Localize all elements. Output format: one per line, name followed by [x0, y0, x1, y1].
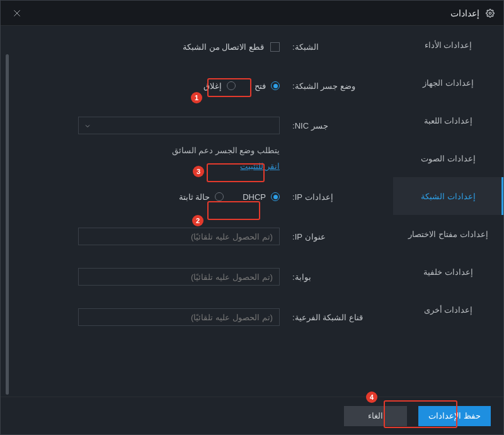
bridge-open-label: فتح	[255, 81, 266, 91]
bridge-open-radio[interactable]: فتح	[255, 81, 280, 91]
dhcp-radio[interactable]: DHCP	[243, 192, 280, 202]
content-panel: الشبكة: قطع الاتصال من الشبكة وضع جسر ال…	[1, 26, 393, 397]
chevron-down-icon	[85, 122, 91, 129]
sidebar-item-game[interactable]: إعدادات اللعبة	[393, 102, 503, 139]
sidebar-item-label: إعدادات أخرى	[424, 305, 473, 315]
sidebar-item-label: إعدادات مفتاح الاختصار	[408, 229, 488, 239]
bridge-mode-label: وضع جسر الشبكة:	[292, 81, 368, 91]
sidebar-item-label: إعدادات الشبكة	[421, 192, 476, 201]
sidebar-item-label: إعدادات الجهاز	[423, 78, 474, 88]
cancel-button[interactable]: الغاء	[344, 406, 407, 426]
close-button[interactable]	[9, 6, 25, 21]
scrollbar[interactable]	[6, 54, 9, 395]
gateway-label: بوابة:	[292, 272, 368, 282]
radio-icon	[227, 81, 236, 90]
disconnect-label: قطع الاتصال من الشبكة	[183, 42, 264, 52]
sidebar-item-device[interactable]: إعدادات الجهاز	[393, 64, 503, 102]
sidebar: إعدادات الأداء إعدادات الجهاز إعدادات ال…	[393, 26, 503, 397]
static-ip-label: حالة ثابتة	[179, 192, 210, 202]
sidebar-item-performance[interactable]: إعدادات الأداء	[393, 26, 503, 64]
sidebar-item-network[interactable]: إعدادات الشبكة	[393, 177, 503, 215]
gear-icon	[486, 9, 495, 18]
disconnect-checkbox[interactable]	[270, 42, 280, 52]
titlebar: إعدادات	[1, 1, 503, 26]
sidebar-item-label: إعدادات الأداء	[425, 40, 472, 50]
network-label: الشبكة:	[292, 42, 368, 52]
sidebar-item-label: إعدادات خلفية	[423, 267, 473, 277]
ip-address-label: عنوان IP:	[292, 232, 368, 241]
disconnect-checkbox-wrap[interactable]: قطع الاتصال من الشبكة	[183, 42, 280, 52]
sidebar-item-other[interactable]: إعدادات أخرى	[393, 291, 503, 328]
gateway-input[interactable]	[78, 268, 280, 286]
sidebar-item-wallpaper[interactable]: إعدادات خلفية	[393, 253, 503, 291]
svg-point-0	[489, 12, 491, 14]
sidebar-item-label: إعدادات الصوت	[421, 154, 476, 163]
sidebar-item-audio[interactable]: إعدادات الصوت	[393, 139, 503, 177]
subnet-label: قناع الشبكة الفرعية:	[292, 313, 368, 322]
sidebar-item-label: إعدادات اللعبة	[424, 116, 473, 125]
nic-bridge-label: جسر NIC:	[292, 121, 368, 130]
install-driver-link[interactable]: انقر للتثبيت	[240, 161, 280, 171]
radio-icon	[271, 192, 280, 201]
static-ip-radio[interactable]: حالة ثابتة	[179, 192, 224, 202]
sidebar-item-shortcut[interactable]: إعدادات مفتاح الاختصار	[393, 215, 503, 253]
ip-address-input[interactable]	[78, 228, 280, 245]
ip-settings-label: إعدادات IP:	[292, 192, 368, 202]
subnet-input[interactable]	[78, 308, 280, 326]
dhcp-label: DHCP	[243, 192, 266, 202]
radio-icon	[215, 192, 224, 201]
bridge-close-label: إغلاق	[203, 81, 222, 91]
window-title: إعدادات	[450, 8, 479, 18]
save-button[interactable]: حفظ الإعدادات	[418, 406, 491, 426]
footer: حفظ الإعدادات الغاء	[1, 397, 503, 434]
bridge-helper-text: يتطلب وضع الجسر دعم السائق	[20, 146, 280, 155]
nic-bridge-select[interactable]	[78, 117, 280, 134]
radio-icon	[271, 81, 280, 90]
bridge-close-radio[interactable]: إغلاق	[203, 81, 236, 91]
